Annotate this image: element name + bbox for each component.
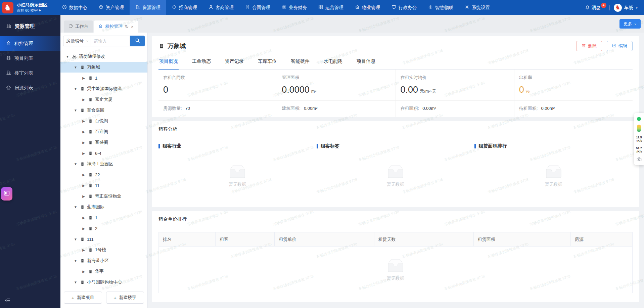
expand-arrow-icon[interactable]: ▼ <box>73 108 78 112</box>
sidebar-item-building[interactable]: 楼宇列表 <box>0 66 60 81</box>
tree-node[interactable]: ▶百盛阁 <box>60 137 147 148</box>
network-monitor-widget[interactable]: 11.5↑K/s 51.7↓K/s <box>634 113 644 165</box>
top-nav-item-ops[interactable]: 运营管理 <box>313 0 349 15</box>
detail-tab[interactable]: 车库车位 <box>257 55 277 70</box>
user-avatar[interactable]: ♞ <box>614 4 622 12</box>
collapse-sidebar-button[interactable] <box>5 298 10 305</box>
tree-node[interactable]: ▼小马国际购物中心 <box>60 277 147 287</box>
sidebar-item-layers[interactable]: 项目列表 <box>0 51 60 66</box>
tree-node[interactable]: ▼冀中能源国际物流 <box>60 83 147 94</box>
tree-node[interactable]: ▶22 <box>60 169 147 180</box>
expand-arrow-icon[interactable]: ▼ <box>73 280 78 284</box>
section-title-rent-ranking: 租金单价排行 <box>158 211 633 227</box>
tree-node[interactable]: ▶百迎阁 <box>60 126 147 137</box>
expand-arrow-icon[interactable]: ▼ <box>73 259 78 263</box>
collapse-arrow-icon[interactable]: ▶ <box>81 130 86 134</box>
collapse-arrow-icon[interactable]: ▶ <box>81 173 86 177</box>
top-nav-item-person[interactable]: 客商管理 <box>203 0 239 15</box>
detail-tab[interactable]: 智能硬件 <box>290 55 310 70</box>
collapse-arrow-icon[interactable]: ▶ <box>81 194 86 198</box>
expand-arrow-icon[interactable]: ▼ <box>73 87 78 91</box>
collapse-arrow-icon[interactable]: ▶ <box>81 151 86 155</box>
expand-arrow-icon[interactable]: ▼ <box>73 205 78 209</box>
tree-node[interactable]: ▼万象城 <box>60 62 147 73</box>
top-nav-item-home[interactable]: 物业管理 <box>349 0 386 15</box>
empty-state: 暂无数据 <box>158 149 317 202</box>
top-nav-item-finance[interactable]: 业务财务 <box>276 0 313 15</box>
expand-arrow-icon[interactable]: ▼ <box>73 237 78 241</box>
top-nav-item-clock[interactable]: 数据中心 <box>56 0 93 15</box>
tree-node-label: 百合嘉园 <box>87 107 104 113</box>
tree-node[interactable]: ▼请勿随便修改 <box>60 51 147 62</box>
tree-node[interactable]: ▶1 <box>60 73 147 83</box>
collapse-arrow-icon[interactable]: ▶ <box>81 270 86 273</box>
expand-arrow-icon[interactable]: ▼ <box>65 55 70 58</box>
tree-node[interactable]: ▼百合嘉园 <box>60 105 147 116</box>
person-icon <box>209 5 213 10</box>
tree-node[interactable]: ▼111 <box>60 234 147 245</box>
expand-arrow-icon[interactable]: ▼ <box>73 162 78 166</box>
gear-icon <box>465 5 469 10</box>
top-nav-item-monitor[interactable]: 行政办公 <box>386 0 422 15</box>
collapse-arrow-icon[interactable]: ▶ <box>81 227 86 230</box>
detail-tab[interactable]: 资产记录 <box>224 55 244 70</box>
collapse-arrow-icon[interactable]: ▶ <box>81 98 86 101</box>
detail-tab[interactable]: 项目概况 <box>158 55 179 70</box>
collapse-arrow-icon[interactable]: ▶ <box>81 76 86 80</box>
new-project-button[interactable]: +新建项目 <box>64 292 102 304</box>
tree-node[interactable]: ▶11 <box>60 180 147 191</box>
camera-icon[interactable] <box>637 157 642 162</box>
detail-tab[interactable]: 水电能耗 <box>323 55 343 70</box>
tree-node[interactable]: ▼新海港小区 <box>60 255 147 266</box>
detail-tab[interactable]: 工单动态 <box>191 55 212 70</box>
top-nav-item-doc[interactable]: 合同管理 <box>239 0 276 15</box>
top-nav-item-gear[interactable]: 系统设置 <box>459 0 496 15</box>
tree-node[interactable]: ▼神湾工业园区 <box>60 159 147 169</box>
detail-tab[interactable]: 项目信息 <box>356 55 376 70</box>
top-nav-item-diamond[interactable]: 招商管理 <box>166 0 203 15</box>
tree-node[interactable]: ▶1号楼 <box>60 245 147 255</box>
search-input[interactable] <box>91 36 130 46</box>
sidebar-item-home[interactable]: 房源列表 <box>0 81 60 95</box>
panel-toggle-floating-button[interactable] <box>1 187 12 201</box>
edit-button[interactable]: 编辑 <box>607 41 633 51</box>
park-switcher[interactable]: 小红马演示园区 选择 60 楼宇 ▶ <box>17 2 56 13</box>
page-tab[interactable]: 租控管理↻× <box>94 20 138 33</box>
page-tab[interactable]: 工作台 <box>64 20 93 33</box>
collapse-arrow-icon[interactable]: ▶ <box>81 141 86 144</box>
building-icon <box>80 280 85 284</box>
collapse-arrow-icon[interactable]: ▶ <box>81 216 86 220</box>
collapse-arrow-icon[interactable]: ▶ <box>81 184 86 187</box>
tree-node[interactable]: ▼蓝湖国际 <box>60 202 147 212</box>
tree-node[interactable]: ▶6-4 <box>60 148 147 159</box>
messages-button[interactable]: 消息 4 <box>585 5 608 11</box>
sidebar-menu: 租控管理项目列表楼宇列表房源列表 <box>0 36 60 95</box>
tree-node[interactable]: ▶1 <box>60 212 147 223</box>
delete-button[interactable]: 删除 <box>576 41 602 51</box>
tree-node-label: 新海港小区 <box>87 258 109 264</box>
expand-arrow-icon[interactable]: ▼ <box>73 65 78 69</box>
collapse-arrow-icon[interactable]: ▶ <box>81 119 86 123</box>
refresh-icon[interactable]: ↻ <box>125 24 129 29</box>
new-building-button[interactable]: +新建楼宇 <box>106 292 144 304</box>
more-button[interactable]: 更多∨ <box>619 19 641 29</box>
tree-node[interactable]: ▶百悦阁 <box>60 116 147 126</box>
app-logo[interactable]: ♞ <box>2 2 13 13</box>
dashboard-icon <box>68 24 73 29</box>
top-nav-item-building[interactable]: 资源管理 <box>130 0 166 15</box>
empty-state: 暂无数据 <box>474 149 633 202</box>
top-nav-item-cube[interactable]: 资产管理 <box>93 0 130 15</box>
tree-node[interactable]: ▶2 <box>60 223 147 234</box>
tree-node[interactable]: ▶嘉定大厦 <box>60 94 147 105</box>
building-icon <box>88 248 93 252</box>
park-name: 小红马演示园区 <box>17 2 56 8</box>
close-icon[interactable]: × <box>131 24 134 29</box>
tree-node[interactable]: ▶奇正嘉恒物业 <box>60 191 147 202</box>
collapse-arrow-icon[interactable]: ▶ <box>81 248 86 252</box>
search-button[interactable] <box>130 36 145 46</box>
chevron-down-icon[interactable]: ∨ <box>636 6 638 9</box>
search-field-select[interactable]: 房源编号∨ <box>63 36 91 46</box>
top-nav-item-iot[interactable]: 智慧物联 <box>422 0 459 15</box>
tree-node[interactable]: ▶华宇 <box>60 266 147 277</box>
sidebar-item-home[interactable]: 租控管理 <box>0 36 60 51</box>
